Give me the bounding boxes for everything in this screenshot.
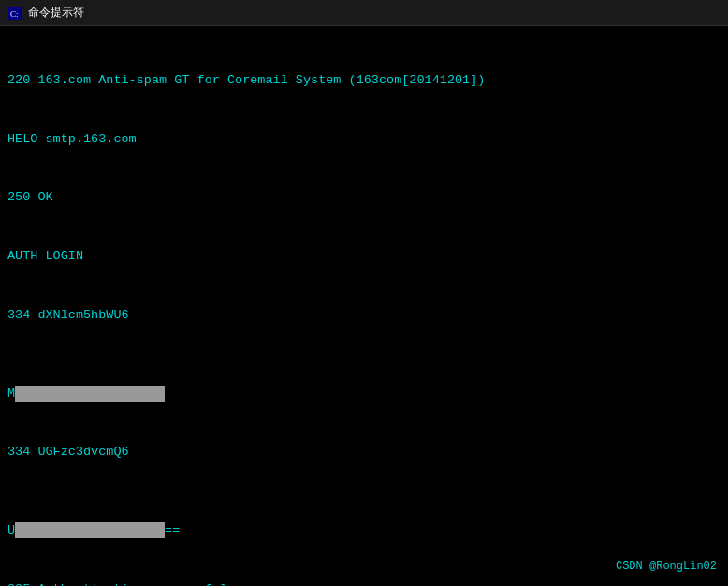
input-box-u xyxy=(15,522,165,538)
svg-text:C:: C: xyxy=(10,9,19,19)
terminal-line: 220 163.com Anti-spam GT for Coremail Sy… xyxy=(7,71,721,91)
terminal-line: 235 Authentication successful xyxy=(7,580,721,586)
cmd-icon: C: xyxy=(7,6,22,21)
title-text: 命令提示符 xyxy=(28,5,84,21)
watermark: CSDN @RongLin02 xyxy=(616,560,717,573)
terminal-body: 220 163.com Anti-spam GT for Coremail Sy… xyxy=(0,26,728,586)
terminal-line: 334 UGFzc3dvcmQ6 xyxy=(7,443,721,462)
title-bar: C: 命令提示符 xyxy=(0,0,728,26)
terminal-input-line-m: M xyxy=(7,385,721,404)
terminal-input-line-u: U == xyxy=(7,521,721,541)
input-box-m xyxy=(15,386,165,402)
terminal-line: 250 OK xyxy=(7,188,721,208)
terminal-line: 334 dXNlcm5hbWU6 xyxy=(7,306,721,326)
terminal-line: HELO smtp.163.com xyxy=(7,130,721,150)
terminal-line: AUTH LOGIN xyxy=(7,247,721,267)
